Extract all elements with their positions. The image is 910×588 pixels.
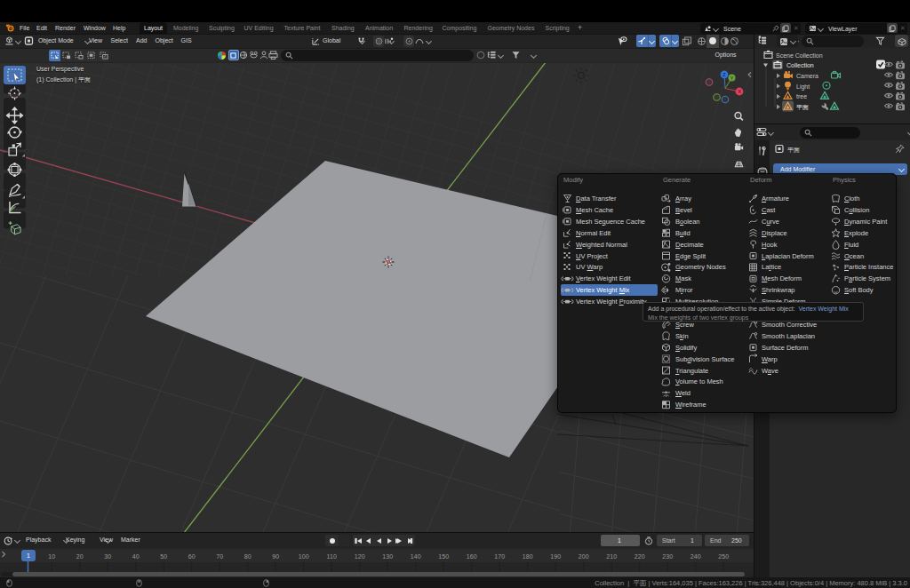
svg-text:90: 90 [272,553,279,560]
svg-text:180: 180 [523,553,533,560]
svg-text:20: 20 [76,553,84,560]
svg-text:220: 220 [635,553,645,560]
svg-text:30: 30 [104,553,111,560]
svg-text:40: 40 [132,553,140,560]
svg-text:Scene Collection: Scene Collection [776,52,823,59]
svg-text:50: 50 [160,553,167,560]
svg-text:100: 100 [299,553,309,560]
svg-text:Y: Y [730,75,734,81]
svg-text:120: 120 [355,553,365,560]
svg-text:230: 230 [662,553,673,560]
svg-text:130: 130 [382,553,393,560]
svg-text:Collection: Collection [786,62,814,68]
svg-text:200: 200 [579,553,589,560]
svg-text:80: 80 [244,553,251,560]
svg-text:210: 210 [606,553,617,560]
svg-text:Camera: Camera [796,73,818,79]
svg-text:tree: tree [796,93,807,99]
svg-text:190: 190 [550,553,561,560]
svg-text:Light: Light [796,83,810,91]
svg-text:140: 140 [411,553,421,560]
svg-text:240: 240 [690,553,701,560]
svg-text:平面: 平面 [796,104,809,111]
svg-text:170: 170 [494,553,505,560]
svg-text:10: 10 [48,553,55,560]
svg-text:70: 70 [216,553,223,560]
svg-text:60: 60 [188,553,196,560]
svg-text:150: 150 [438,553,449,560]
svg-text:X: X [738,89,741,94]
svg-text:110: 110 [327,553,337,560]
svg-text:160: 160 [467,553,477,560]
svg-text:250: 250 [718,553,729,560]
